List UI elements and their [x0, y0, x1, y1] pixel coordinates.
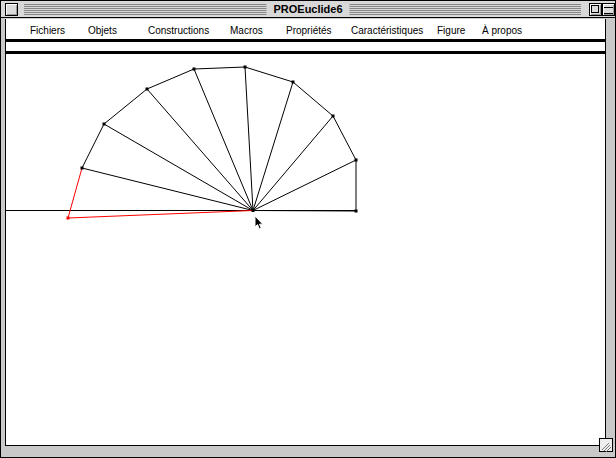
vertex-point[interactable] — [146, 88, 149, 91]
highlighted-red-edge[interactable] — [68, 211, 253, 219]
fan-arc-edge[interactable] — [104, 89, 147, 124]
apex-center-point[interactable] — [252, 209, 255, 212]
vertex-point[interactable] — [244, 66, 247, 69]
vertex-point[interactable] — [193, 68, 196, 71]
fan-arc-edge[interactable] — [82, 124, 104, 168]
vertex-point[interactable] — [292, 81, 295, 84]
app-window: PROEuclide6 FichiersObjetsConstructionsM… — [0, 0, 616, 458]
fan-ray-line[interactable] — [253, 211, 356, 212]
resize-grow-box-icon[interactable] — [599, 438, 613, 452]
fan-arc-edge[interactable] — [147, 69, 194, 89]
window-title: PROEuclide6 — [266, 2, 349, 17]
geometry-figure — [6, 54, 605, 439]
vertex-point[interactable] — [103, 123, 106, 126]
window-titlebar[interactable]: PROEuclide6 — [1, 1, 615, 18]
fan-arc-edge[interactable] — [333, 116, 356, 160]
fan-ray-line[interactable] — [147, 89, 253, 211]
fan-ray-line[interactable] — [194, 69, 253, 211]
fan-ray-line[interactable] — [104, 124, 253, 211]
menu-separator-band — [6, 42, 605, 54]
menu-item-caracteristiques[interactable]: Caractéristiques — [351, 19, 423, 42]
vertex-point[interactable] — [332, 115, 335, 118]
fan-ray-line[interactable] — [253, 160, 356, 211]
fan-arc-edge[interactable] — [194, 67, 245, 69]
zoom-box-icon[interactable] — [589, 3, 602, 16]
fan-ray-line[interactable] — [82, 168, 253, 211]
menu-item-macros[interactable]: Macros — [230, 19, 263, 42]
fan-arc-edge[interactable] — [293, 82, 333, 116]
menu-item-fichiers[interactable]: Fichiers — [30, 19, 65, 42]
menu-item-figure[interactable]: Figure — [437, 19, 465, 42]
vertex-point[interactable] — [355, 210, 358, 213]
vertex-point[interactable] — [355, 159, 358, 162]
fan-ray-line[interactable] — [253, 116, 333, 211]
red-vertex-point[interactable] — [67, 217, 70, 220]
fan-ray-line[interactable] — [245, 67, 253, 211]
close-box-icon[interactable] — [5, 3, 18, 16]
menu-item-objets[interactable]: Objets — [88, 19, 117, 42]
menu-item-constructions[interactable]: Constructions — [148, 19, 209, 42]
collapse-box-icon[interactable] — [602, 3, 615, 16]
drawing-canvas[interactable] — [6, 54, 605, 439]
mouse-cursor-arrow-icon — [255, 216, 263, 229]
window-body: FichiersObjetsConstructionsMacrosProprié… — [5, 19, 606, 446]
grow-box-lines — [600, 441, 612, 453]
fan-ray-line[interactable] — [253, 82, 293, 211]
vertex-point[interactable] — [81, 167, 84, 170]
fan-arc-edge[interactable] — [245, 67, 293, 82]
menu-item-a-propos[interactable]: À propos — [482, 19, 522, 42]
menu-bar: FichiersObjetsConstructionsMacrosProprié… — [6, 19, 605, 42]
menu-item-proprietes[interactable]: Propriétés — [286, 19, 332, 42]
